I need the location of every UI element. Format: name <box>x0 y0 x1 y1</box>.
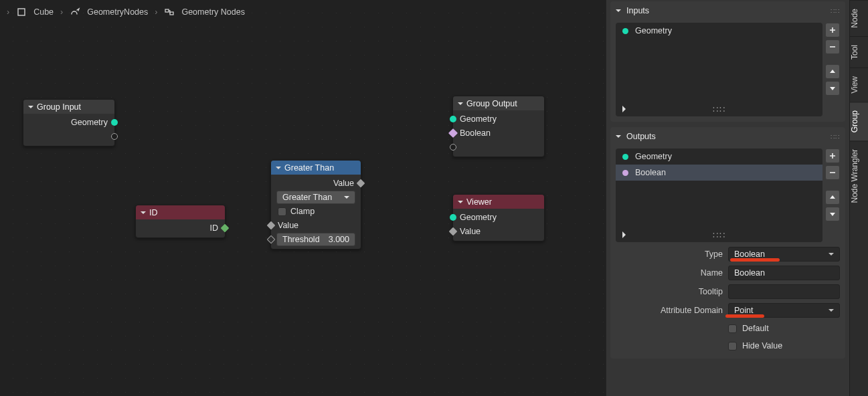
move-down-button[interactable] <box>825 81 840 96</box>
tab-node-wrangler[interactable]: Node Wrangler <box>850 140 868 211</box>
breadcrumb-tree[interactable]: Geometry Nodes <box>181 7 244 17</box>
output-properties-form: Type Boolean Name Boolean Tooltip Attrib… <box>610 242 845 359</box>
svg-rect-1 <box>165 9 169 12</box>
socket-dot[interactable] <box>111 119 118 126</box>
outputs-section: Outputs ∷∷ Geometry Boolean ∷∷ <box>610 127 845 359</box>
move-up-button[interactable] <box>825 190 840 205</box>
chevron-right-icon: › <box>155 7 157 17</box>
tab-view[interactable]: View <box>850 68 868 102</box>
annotation-mark <box>725 314 764 318</box>
node-header[interactable]: Group Input <box>23 100 114 114</box>
chevron-down-icon <box>616 135 621 140</box>
socket-dot[interactable] <box>450 214 456 221</box>
socket-dot[interactable] <box>450 144 456 151</box>
play-icon[interactable] <box>622 106 629 112</box>
socket-geometry-out[interactable]: Geometry <box>23 115 114 129</box>
chevron-down-icon <box>276 167 281 172</box>
list-item[interactable]: Geometry <box>616 148 822 165</box>
drag-icon[interactable]: ∷∷ <box>831 133 840 140</box>
clamp-checkbox[interactable]: Clamp <box>271 205 361 218</box>
node-title: ID <box>149 208 158 217</box>
node-group-output[interactable]: Group Output Geometry Boolean <box>452 96 545 157</box>
node-editor[interactable]: › Cube › GeometryNodes › Geometry Nodes … <box>0 0 606 396</box>
node-title: Greater Than <box>284 163 334 173</box>
socket-value-out[interactable]: Value <box>271 176 361 190</box>
outputs-list-buttons <box>825 148 840 242</box>
svg-rect-2 <box>170 12 173 15</box>
svg-rect-0 <box>18 9 25 15</box>
node-title: Viewer <box>466 197 492 207</box>
socket-value-in[interactable]: Value <box>271 218 361 232</box>
chevron-down-icon <box>141 211 146 217</box>
remove-button[interactable] <box>825 39 840 54</box>
inputs-list[interactable]: Geometry ∷∷ <box>616 23 822 116</box>
node-greater-than[interactable]: Greater Than Value Greater Than Clamp Va… <box>270 160 361 250</box>
breadcrumb-modifier[interactable]: GeometryNodes <box>87 7 148 17</box>
inputs-list-buttons <box>825 23 840 116</box>
move-down-button[interactable] <box>825 207 840 221</box>
inputs-section: Inputs ∷∷ Geometry ∷∷ <box>610 1 845 122</box>
resize-grip-icon[interactable]: ∷∷ <box>713 104 726 114</box>
name-field[interactable]: Boolean <box>728 266 840 280</box>
tooltip-label: Tooltip <box>616 287 723 296</box>
socket-boolean-in[interactable]: Boolean <box>453 126 544 140</box>
list-item[interactable]: Boolean <box>616 165 822 181</box>
socket-virtual-in[interactable] <box>453 140 544 154</box>
socket-geometry-icon <box>622 154 628 160</box>
socket-threshold-in[interactable]: Threshold 3.000 <box>271 232 361 246</box>
tab-node[interactable]: Node <box>850 0 868 36</box>
drag-icon[interactable]: ∷∷ <box>831 7 840 15</box>
play-icon[interactable] <box>622 231 629 238</box>
node-header[interactable]: Viewer <box>453 195 544 209</box>
add-button[interactable] <box>825 148 840 163</box>
remove-button[interactable] <box>825 165 840 180</box>
chevron-down-icon <box>616 9 621 15</box>
side-panel: Inputs ∷∷ Geometry ∷∷ <box>606 0 849 396</box>
socket-geometry-icon <box>622 28 628 34</box>
resize-grip-icon[interactable]: ∷∷ <box>713 230 726 240</box>
socket-geometry-in[interactable]: Geometry <box>453 112 544 126</box>
tooltip-field[interactable] <box>728 284 840 299</box>
socket-geometry-in[interactable]: Geometry <box>453 210 544 224</box>
breadcrumb: › Cube › GeometryNodes › Geometry Nodes <box>0 0 606 24</box>
inputs-header[interactable]: Inputs ∷∷ <box>610 1 845 20</box>
type-label: Type <box>616 250 723 259</box>
socket-dot[interactable] <box>450 116 456 122</box>
list-footer: ∷∷ <box>616 227 822 242</box>
object-icon <box>16 7 27 17</box>
tab-tool[interactable]: Tool <box>850 36 868 68</box>
node-title: Group Output <box>466 99 517 108</box>
checkbox-icon <box>278 207 286 216</box>
chevron-down-icon <box>28 106 33 111</box>
outputs-list[interactable]: Geometry Boolean ∷∷ <box>616 148 822 242</box>
hide-value-checkbox[interactable]: Hide Value <box>616 337 840 355</box>
domain-label: Attribute Domain <box>616 306 723 315</box>
add-button[interactable] <box>825 23 840 37</box>
checkbox-icon <box>728 324 737 333</box>
list-item[interactable]: Geometry <box>616 23 822 39</box>
list-footer: ∷∷ <box>616 102 822 116</box>
socket-virtual-out[interactable] <box>23 129 114 143</box>
move-up-button[interactable] <box>825 64 840 79</box>
name-label: Name <box>616 268 723 278</box>
vertical-tabs: Node Tool View Group Node Wrangler <box>849 0 868 396</box>
socket-boolean-icon <box>622 170 628 176</box>
tab-group[interactable]: Group <box>850 102 868 140</box>
socket-id-out[interactable]: ID <box>136 221 225 235</box>
socket-dot[interactable] <box>111 133 118 140</box>
node-group-input[interactable]: Group Input Geometry <box>23 99 115 146</box>
socket-value-in[interactable]: Value <box>453 224 544 238</box>
node-header[interactable]: ID <box>136 205 225 219</box>
mode-dropdown[interactable]: Greater Than <box>276 191 355 204</box>
modifier-icon <box>70 7 80 17</box>
node-header[interactable]: Group Output <box>453 96 544 110</box>
outputs-header[interactable]: Outputs ∷∷ <box>610 127 845 146</box>
default-checkbox[interactable]: Default <box>616 320 840 337</box>
node-viewer[interactable]: Viewer Geometry Value <box>452 194 545 241</box>
chevron-down-icon <box>458 102 463 108</box>
node-header[interactable]: Greater Than <box>271 161 361 175</box>
nodetree-icon <box>164 7 175 17</box>
breadcrumb-object[interactable]: Cube <box>33 7 54 17</box>
checkbox-icon <box>728 342 737 351</box>
node-id[interactable]: ID ID <box>135 205 226 238</box>
